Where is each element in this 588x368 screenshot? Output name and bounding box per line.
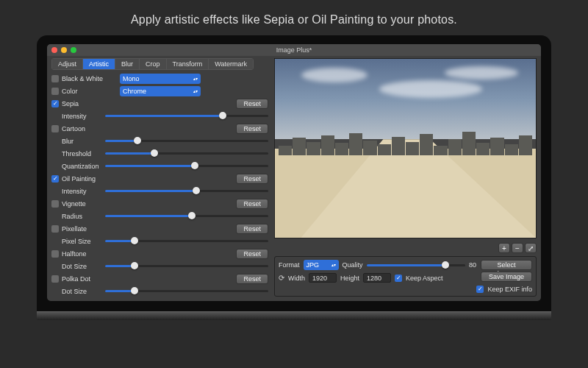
keep-exif-checkbox[interactable] bbox=[476, 286, 484, 293]
zoom-icon[interactable] bbox=[71, 47, 76, 53]
chevron-updown-icon: ▴▾ bbox=[193, 90, 198, 93]
halftone-checkbox[interactable] bbox=[51, 250, 59, 258]
cartoon-reset-button[interactable]: Reset bbox=[236, 124, 268, 134]
close-icon[interactable] bbox=[51, 47, 57, 53]
width-label: Width bbox=[288, 275, 305, 282]
height-input[interactable]: 1280 bbox=[363, 273, 391, 283]
polka-reset-button[interactable]: Reset bbox=[236, 274, 268, 284]
pixellate-label: Pixellate bbox=[62, 225, 87, 233]
pixellate-checkbox[interactable] bbox=[51, 225, 59, 233]
width-input[interactable]: 1920 bbox=[309, 273, 337, 283]
cartoon-blur-slider[interactable] bbox=[105, 136, 268, 146]
oil-intensity-label: Intensity bbox=[62, 188, 102, 195]
pixellate-reset-button[interactable]: Reset bbox=[236, 224, 268, 234]
tab-transform[interactable]: Transform bbox=[167, 59, 209, 69]
bw-checkbox[interactable] bbox=[51, 75, 59, 82]
cartoon-quant-label: Quantization bbox=[62, 163, 102, 170]
cartoon-threshold-slider[interactable] bbox=[105, 149, 268, 159]
marketing-headline: Apply artistic effects like Sepia or Oil… bbox=[0, 0, 588, 35]
export-panel: Format JPG ▴▾ Quality 80 bbox=[274, 256, 537, 297]
keep-exif-label: Keep EXIF info bbox=[487, 286, 532, 293]
sepia-intensity-slider[interactable] bbox=[105, 111, 268, 121]
cartoon-checkbox[interactable] bbox=[51, 125, 59, 132]
oil-label: Oil Painting bbox=[62, 175, 96, 183]
format-select[interactable]: JPG ▴▾ bbox=[304, 260, 339, 270]
sepia-reset-button[interactable]: Reset bbox=[236, 99, 268, 109]
tab-crop[interactable]: Crop bbox=[140, 59, 167, 69]
vignette-reset-button[interactable]: Reset bbox=[236, 199, 268, 209]
zoom-out-button[interactable]: − bbox=[512, 243, 523, 253]
window-title: Image Plus* bbox=[47, 46, 541, 54]
polka-size-slider[interactable] bbox=[105, 286, 268, 297]
halftone-size-slider[interactable] bbox=[105, 261, 268, 272]
pixellate-size-label: Pixel Size bbox=[62, 238, 102, 245]
sepia-checkbox[interactable] bbox=[51, 100, 59, 107]
color-select[interactable]: Chrome ▴▾ bbox=[120, 86, 201, 96]
format-label: Format bbox=[279, 261, 300, 269]
laptop-mockup: Image Plus* Adjust Artistic Blur Crop Tr… bbox=[37, 35, 551, 320]
vignette-radius-label: Radius bbox=[62, 213, 102, 220]
halftone-size-label: Dot Size bbox=[62, 263, 102, 270]
tab-artistic[interactable]: Artistic bbox=[83, 59, 115, 69]
image-preview bbox=[274, 58, 537, 238]
tab-watermark[interactable]: Watermark bbox=[209, 59, 253, 69]
chevron-updown-icon: ▴▾ bbox=[331, 263, 336, 266]
zoom-in-button[interactable]: + bbox=[498, 243, 510, 253]
refresh-icon[interactable]: ⟳ bbox=[279, 274, 284, 282]
vignette-label: Vignette bbox=[62, 200, 86, 208]
tab-adjust[interactable]: Adjust bbox=[52, 59, 83, 69]
titlebar: Image Plus* bbox=[47, 44, 541, 56]
quality-slider[interactable] bbox=[367, 261, 465, 269]
bw-select[interactable]: Mono ▴▾ bbox=[120, 74, 201, 84]
oil-checkbox[interactable] bbox=[51, 175, 59, 183]
quality-value: 80 bbox=[469, 261, 476, 269]
controls-panel: Adjust Artistic Blur Crop Transform Wate… bbox=[51, 58, 268, 297]
sepia-intensity-label: Intensity bbox=[62, 113, 102, 120]
select-image-button[interactable]: Select Image bbox=[481, 260, 532, 270]
pixellate-size-slider[interactable] bbox=[105, 236, 268, 247]
vignette-radius-slider[interactable] bbox=[105, 211, 268, 222]
cartoon-threshold-label: Threshold bbox=[62, 150, 102, 158]
vignette-checkbox[interactable] bbox=[51, 200, 59, 208]
sepia-label: Sepia bbox=[62, 100, 79, 107]
oil-intensity-slider[interactable] bbox=[105, 186, 268, 197]
minimize-icon[interactable] bbox=[61, 47, 67, 53]
color-checkbox[interactable] bbox=[51, 88, 59, 95]
tab-bar: Adjust Artistic Blur Crop Transform Wate… bbox=[51, 58, 254, 70]
cartoon-label: Cartoon bbox=[62, 125, 85, 132]
quality-label: Quality bbox=[343, 261, 363, 269]
color-label: Color bbox=[62, 88, 117, 95]
keep-aspect-checkbox[interactable] bbox=[395, 275, 402, 282]
polka-size-label: Dot Size bbox=[62, 288, 102, 295]
halftone-reset-button[interactable]: Reset bbox=[236, 249, 268, 259]
polka-checkbox[interactable] bbox=[51, 275, 59, 283]
height-label: Height bbox=[340, 275, 359, 282]
save-image-button[interactable]: Save Image bbox=[481, 272, 532, 282]
halftone-label: Halftone bbox=[62, 250, 87, 258]
chevron-updown-icon: ▴▾ bbox=[193, 77, 198, 80]
keep-aspect-label: Keep Aspect bbox=[406, 275, 443, 282]
cartoon-blur-label: Blur bbox=[62, 138, 102, 145]
cartoon-quant-slider[interactable] bbox=[105, 161, 268, 171]
app-window: Image Plus* Adjust Artistic Blur Crop Tr… bbox=[47, 44, 541, 301]
tab-blur[interactable]: Blur bbox=[115, 59, 140, 69]
polka-label: Polka Dot bbox=[62, 275, 90, 283]
zoom-fit-button[interactable]: ⤢ bbox=[525, 243, 537, 253]
bw-label: Black & White bbox=[62, 75, 117, 82]
oil-reset-button[interactable]: Reset bbox=[236, 174, 268, 184]
